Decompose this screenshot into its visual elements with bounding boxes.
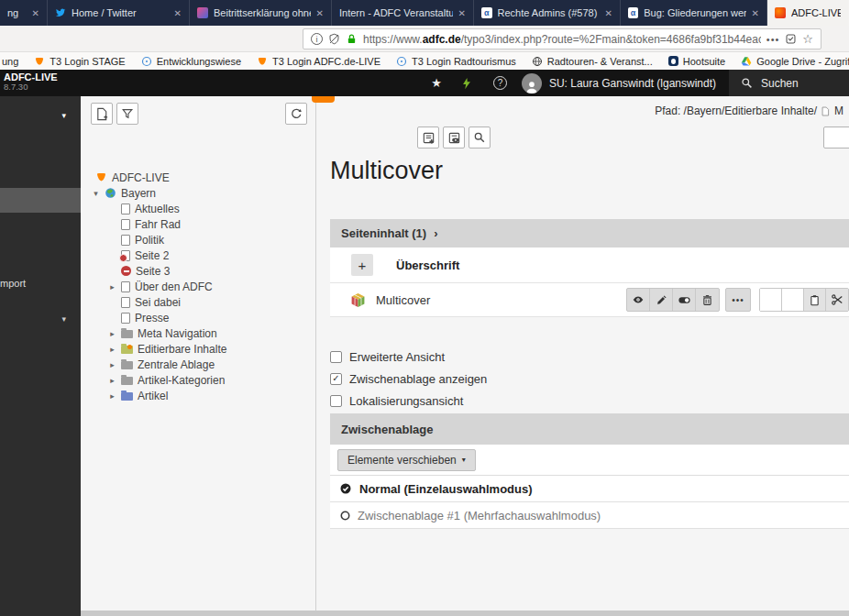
tab-close-icon[interactable]: ✕: [174, 8, 182, 18]
checkbox-zwischenablage-anzeigen[interactable]: ✓ Zwischenablage anzeigen: [330, 368, 487, 390]
edit-button[interactable]: [650, 289, 673, 311]
topbar-search[interactable]: Suchen: [729, 70, 849, 96]
chevron-down-icon[interactable]: ▾: [61, 111, 66, 120]
expand-closed-icon[interactable]: ▸: [108, 345, 116, 354]
browser-tab[interactable]: Home / Twitter ✕: [48, 0, 190, 26]
eye-icon: [632, 293, 645, 306]
tree-item[interactable]: ▸Meta Navigation: [81, 325, 316, 341]
expand-closed-icon[interactable]: ▸: [108, 376, 116, 385]
checkbox-checked[interactable]: ✓: [330, 373, 342, 385]
tab-close-icon[interactable]: ✕: [458, 8, 466, 18]
checkbox[interactable]: [330, 351, 342, 363]
bookmark-item[interactable]: Entwicklungswiese: [141, 56, 241, 67]
selected-radio-icon: [339, 482, 352, 495]
tab-close-icon[interactable]: ✕: [32, 8, 39, 18]
bookmark-item[interactable]: T3 Login ADFC.de-LIVE: [257, 56, 380, 67]
clear-cache-bolt-icon[interactable]: [460, 76, 473, 91]
tree-item-root[interactable]: ADFC-LIVE: [81, 170, 316, 185]
move-elements-dropdown[interactable]: Elemente verschieben ▾: [337, 449, 476, 471]
expand-closed-icon[interactable]: ▸: [108, 282, 116, 292]
tree-item[interactable]: ▸Über den ADFC: [81, 279, 316, 294]
bookmark-label: Entwicklungswiese: [157, 56, 241, 67]
bookmark-item[interactable]: Google Drive - Zugriff...: [741, 56, 849, 67]
tree-item[interactable]: ▸Artikel: [81, 388, 316, 403]
checkbox-erweiterte-ansicht[interactable]: Erweiterte Ansicht: [330, 346, 487, 368]
expand-closed-icon[interactable]: ▸: [108, 360, 116, 369]
content-element-row[interactable]: Multicover: [330, 283, 849, 317]
bookmark-item[interactable]: T3 Login STAGE: [34, 56, 125, 67]
tree-item[interactable]: Sei dabei: [81, 294, 316, 310]
browser-tab-active[interactable]: ADFC-LIVE: [767, 0, 849, 26]
refresh-tree-button[interactable]: [285, 103, 307, 125]
page-title: Multicover: [330, 157, 443, 185]
page-info-icon[interactable]: i: [311, 33, 323, 45]
delete-button[interactable]: [696, 289, 719, 311]
typo3-icon: [34, 56, 45, 67]
logged-in-user[interactable]: SU: Laura Ganswindt (lganswindt): [549, 77, 716, 90]
typo3-icon: [95, 171, 107, 183]
expand-closed-icon[interactable]: ▸: [108, 391, 116, 401]
bookmarks-icon[interactable]: ★: [431, 76, 442, 90]
tree-item[interactable]: Aktuelles: [81, 201, 316, 216]
page-path: Pfad: /Bayern/Editierbare Inhalte/ Multi…: [655, 104, 843, 117]
page-actions-icon[interactable]: •••: [766, 34, 780, 45]
browser-tab[interactable]: α Bug: Gliederungen werd ✕: [621, 0, 767, 26]
move-up-button[interactable]: [760, 289, 782, 311]
bookmark-item[interactable]: Hootsuite: [668, 56, 725, 67]
new-record-button[interactable]: [417, 126, 439, 148]
tab-close-icon[interactable]: ✕: [605, 8, 612, 18]
help-icon[interactable]: ?: [493, 76, 507, 90]
cut-button[interactable]: [826, 289, 848, 311]
chevron-down-icon[interactable]: ▾: [61, 314, 66, 324]
tree-item[interactable]: Fahr Rad: [81, 216, 316, 232]
clipboard-mode-normal[interactable]: Normal (Einzelauswahlmodus): [330, 476, 849, 502]
hide-toggle-button[interactable]: [673, 289, 696, 311]
new-page-button[interactable]: [91, 103, 113, 125]
bookmark-star-icon[interactable]: ☆: [802, 32, 813, 46]
tree-item[interactable]: ▸Zentrale Ablage: [81, 357, 316, 372]
browser-tab[interactable]: Beitrittserklärung ohne ✕: [190, 0, 332, 26]
tree-item[interactable]: Presse: [81, 310, 316, 325]
more-actions-button[interactable]: •••: [725, 288, 751, 312]
bookmark-item[interactable]: Radtouren- & Veranst...: [532, 56, 653, 67]
copy-button[interactable]: [804, 289, 826, 311]
bookmark-item[interactable]: ung: [2, 56, 18, 67]
expand-open-icon[interactable]: ▾: [92, 189, 100, 198]
bottom-strip: [0, 610, 849, 616]
avatar[interactable]: [522, 73, 542, 94]
browser-tab[interactable]: α Rechte Admins (#578) - ✕: [474, 0, 621, 26]
section-seiteninhalt[interactable]: Seiteninhalt (1) ›: [330, 219, 849, 248]
tab-close-icon[interactable]: ✕: [752, 8, 759, 18]
tree-item[interactable]: Seite 3: [81, 263, 316, 279]
view-button[interactable]: [627, 289, 650, 311]
tree-item[interactable]: ▸Editierbare Inhalte: [81, 341, 316, 357]
view-page-button[interactable]: [443, 126, 465, 148]
checkbox-lokalisierungsansicht[interactable]: Lokalisierungsansicht: [330, 390, 487, 412]
bookmark-item[interactable]: T3 Login Radtourismus: [396, 56, 516, 67]
browser-tab-bar: ng ✕ Home / Twitter ✕ Beitrittserklärung…: [0, 0, 849, 26]
filter-button[interactable]: [116, 103, 138, 125]
shield-icon[interactable]: [328, 33, 340, 45]
add-content-button[interactable]: +: [351, 254, 373, 276]
partial-input[interactable]: [823, 126, 849, 148]
checkbox[interactable]: [330, 395, 342, 407]
browser-tab[interactable]: ng ✕: [0, 0, 48, 26]
address-bar[interactable]: i https://www.adfc.de/typo3/index.php?ro…: [303, 28, 821, 50]
typo3-icon: [257, 56, 268, 67]
move-down-button[interactable]: [782, 289, 804, 311]
browser-tab[interactable]: Intern - ADFC Veranstaltung ✕: [332, 0, 474, 26]
tree-item[interactable]: ▸Artikel-Kategorien: [81, 372, 316, 388]
chevron-right-icon: ›: [434, 226, 437, 240]
tree-item[interactable]: Politik: [81, 232, 316, 248]
content-element-label: Multicover: [376, 293, 430, 307]
clipboard-mode-1[interactable]: Zwischenablage #1 (Mehrfachauswahlmodus): [330, 502, 849, 529]
tree-item[interactable]: ▾ Bayern: [81, 185, 316, 201]
expand-closed-icon[interactable]: ▸: [108, 329, 116, 338]
module-label-partial[interactable]: mport: [0, 278, 26, 289]
url-text[interactable]: https://www.adfc.de/typo3/index.php?rout…: [363, 33, 761, 46]
search-button[interactable]: [469, 126, 491, 148]
tab-close-icon[interactable]: ✕: [316, 8, 324, 18]
library-icon[interactable]: [785, 33, 797, 45]
tree-item[interactable]: Seite 2: [81, 248, 316, 263]
active-module-highlight[interactable]: [0, 188, 81, 213]
